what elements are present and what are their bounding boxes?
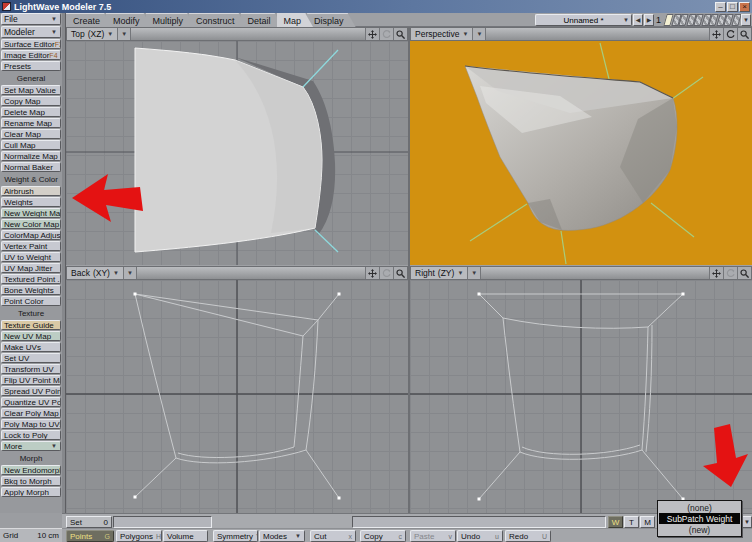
- sidebar-item-quantize-uv-poi[interactable]: Quantize UV Poi...: [1, 397, 61, 407]
- sidebar-item-new-weight-map[interactable]: New Weight Map: [1, 208, 61, 218]
- sidebar-section-weight-color: Weight & Color: [1, 173, 61, 186]
- mode-button-points[interactable]: PointsG: [66, 530, 114, 542]
- sidebar-item-image-editor[interactable]: Image EditorF4: [1, 50, 61, 60]
- sidebar-item-clear-map[interactable]: Clear Map: [1, 129, 61, 139]
- popup-item-subpatch-weight[interactable]: SubPatch Weight: [659, 513, 740, 524]
- pan-icon[interactable]: [709, 267, 723, 279]
- viewport-back[interactable]: [66, 280, 408, 513]
- layer-bank-dropdown[interactable]: ▼: [741, 14, 751, 26]
- tab-display[interactable]: Display: [307, 13, 356, 27]
- pan-icon[interactable]: [709, 28, 723, 40]
- sidebar-item-cull-map[interactable]: Cull Map: [1, 140, 61, 150]
- sidebar-item-make-uvs[interactable]: Make UVs: [1, 342, 61, 352]
- tab-create[interactable]: Create: [66, 13, 112, 27]
- close-button[interactable]: ×: [739, 2, 750, 12]
- action-button-redo[interactable]: RedoU: [505, 530, 551, 542]
- pan-icon[interactable]: [365, 267, 379, 279]
- sidebar-item-transform-uv[interactable]: Transform UV: [1, 364, 61, 374]
- action-button-copy[interactable]: Copyc: [360, 530, 406, 542]
- window-title: LightWave Modeler 7.5: [14, 2, 111, 12]
- sidebar-item-normalize-map[interactable]: Normalize Map: [1, 151, 61, 161]
- restore-button[interactable]: □: [727, 2, 738, 12]
- red-arrow-annotation: [72, 174, 143, 222]
- tab-modify[interactable]: Modify: [106, 13, 152, 27]
- popup-item-new[interactable]: (new): [659, 524, 740, 535]
- vmap-button-t[interactable]: T: [624, 516, 639, 528]
- object-name-dropdown[interactable]: Unnamed * ▼: [535, 14, 632, 26]
- sidebar-item-uv-to-weight[interactable]: UV to Weight: [1, 252, 61, 262]
- pan-icon[interactable]: [365, 28, 379, 40]
- render-style-dropdown[interactable]: ▼: [124, 267, 137, 279]
- mode-button-volume[interactable]: Volume: [163, 530, 208, 542]
- sidebar-item-set-map-value[interactable]: Set Map Value: [1, 85, 61, 95]
- mode-button-modes[interactable]: Modes▼: [259, 530, 305, 542]
- action-button-paste[interactable]: Pastev: [410, 530, 456, 542]
- mode-button-polygons[interactable]: PolygonsH: [116, 530, 162, 542]
- sidebar-item-copy-map[interactable]: Copy Map: [1, 96, 61, 106]
- sidebar-item-rename-map[interactable]: Rename Map: [1, 118, 61, 128]
- view-type-dropdown-perspective[interactable]: Perspective ▼: [411, 28, 473, 40]
- sidebar-item-set-uv[interactable]: Set UV: [1, 353, 61, 363]
- sidebar-item-bone-weights[interactable]: Bone Weights: [1, 285, 61, 295]
- sidebar-item-more[interactable]: More▼: [1, 441, 61, 451]
- prev-object-button[interactable]: ◀: [633, 14, 643, 26]
- sidebar-item-lock-to-poly[interactable]: Lock to Poly: [1, 430, 61, 440]
- zoom-icon[interactable]: [393, 267, 407, 279]
- render-style-dropdown[interactable]: ▼: [118, 28, 131, 40]
- next-object-button[interactable]: ▶: [644, 14, 654, 26]
- info-field[interactable]: [352, 516, 606, 528]
- sidebar-item-vertex-paint[interactable]: Vertex Paint: [1, 241, 61, 251]
- sidebar-item-weights[interactable]: Weights: [1, 197, 61, 207]
- zoom-icon[interactable]: [737, 28, 751, 40]
- sidebar-item-presets[interactable]: Presets: [1, 61, 61, 71]
- viewport-top[interactable]: [66, 41, 408, 265]
- zoom-icon[interactable]: [393, 28, 407, 40]
- sidebar-item-bkg-to-morph[interactable]: Bkg to Morph: [1, 476, 61, 486]
- view-type-dropdown-back[interactable]: Back (XY) ▼: [67, 267, 124, 279]
- sidebar-item-spread-uv-point[interactable]: Spread UV Point...: [1, 386, 61, 396]
- sidebar-item-flip-uv-point-map[interactable]: Flip UV Point Map: [1, 375, 61, 385]
- render-style-dropdown[interactable]: ▼: [473, 28, 486, 40]
- sidebar-item-point-color[interactable]: Point Color: [1, 296, 61, 306]
- sidebar-item-poly-map-to-uvs[interactable]: Poly Map to UVs: [1, 419, 61, 429]
- action-button-undo[interactable]: Undou: [457, 530, 503, 542]
- sidebar-item-airbrush[interactable]: Airbrush: [1, 186, 61, 196]
- vmap-select-dropdown[interactable]: ▼: [742, 516, 752, 528]
- vmap-button-w[interactable]: W: [608, 516, 623, 528]
- sidebar-item-clear-poly-map[interactable]: Clear Poly Map: [1, 408, 61, 418]
- minimize-button[interactable]: –: [715, 2, 726, 12]
- viewport-perspective[interactable]: [410, 41, 752, 265]
- sidebar-item-new-endomorph[interactable]: New Endomorph: [1, 465, 61, 475]
- mode-label: Volume: [167, 532, 194, 541]
- sidebar-item-label: Lock to Poly: [4, 431, 48, 440]
- sidebar-item-new-color-map[interactable]: New Color Map: [1, 219, 61, 229]
- sidebar-item-normal-baker[interactable]: Normal Baker: [1, 162, 61, 172]
- sidebar-item-surface-editor[interactable]: Surface EditorF3: [1, 39, 61, 49]
- sidebar-item-uv-map-jitter[interactable]: UV Map Jitter: [1, 263, 61, 273]
- tab-multiply[interactable]: Multiply: [146, 13, 196, 27]
- view-type-dropdown-top[interactable]: Top (XZ) ▼: [67, 28, 118, 40]
- vmap-button-m[interactable]: M: [640, 516, 655, 528]
- sidebar-item-textured-point[interactable]: Textured Point ...: [1, 274, 61, 284]
- set-value-cell[interactable]: Set 0: [66, 516, 112, 528]
- action-label: Paste: [414, 532, 434, 541]
- zoom-icon[interactable]: [737, 267, 751, 279]
- sidebar-item-colormap-adjust[interactable]: ColorMap Adjust ...: [1, 230, 61, 240]
- sidebar-item-apply-morph[interactable]: Apply Morph: [1, 487, 61, 497]
- action-button-cut[interactable]: Cutx: [310, 530, 356, 542]
- viewport-right[interactable]: [410, 280, 752, 513]
- tab-construct[interactable]: Construct: [189, 13, 247, 27]
- sidebar-item-texture-guide[interactable]: Texture Guide: [1, 320, 61, 330]
- modeler-menu[interactable]: Modeler ▼: [1, 26, 61, 38]
- sidebar-section-morph: Morph: [1, 452, 61, 465]
- mode-button-symmetry[interactable]: SymmetryY: [213, 530, 258, 542]
- render-style-dropdown[interactable]: ▼: [468, 267, 481, 279]
- file-menu[interactable]: File ▼: [1, 13, 61, 25]
- weight-input-field[interactable]: [113, 516, 212, 528]
- view-type-dropdown-right[interactable]: Right (ZY) ▼: [411, 267, 468, 279]
- sidebar-item-new-uv-map[interactable]: New UV Map: [1, 331, 61, 341]
- popup-item-none[interactable]: (none): [659, 502, 740, 513]
- rotate-icon[interactable]: [723, 28, 737, 40]
- tab-detail[interactable]: Detail: [241, 13, 283, 27]
- sidebar-item-delete-map[interactable]: Delete Map: [1, 107, 61, 117]
